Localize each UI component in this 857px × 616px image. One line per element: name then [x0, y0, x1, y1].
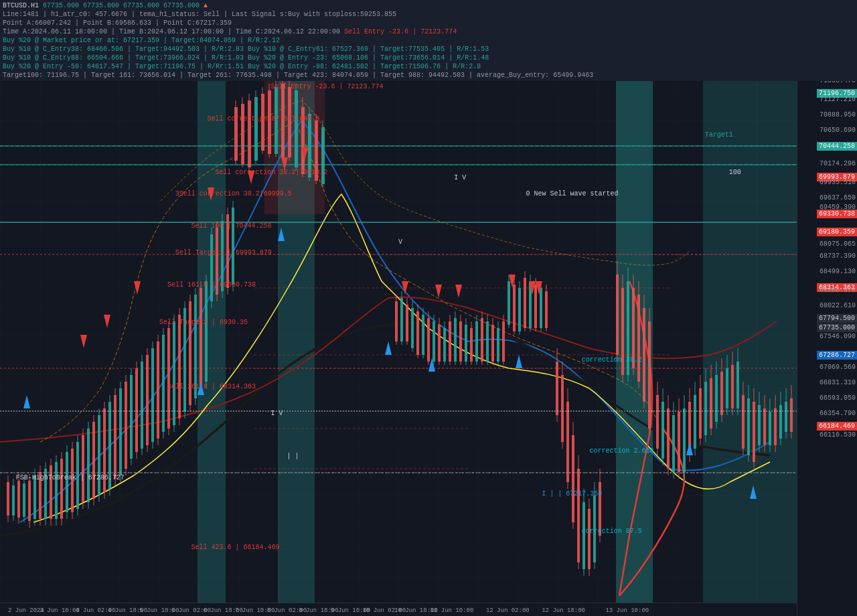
sell-2618-label: Sell 261.8 | 68314.363 — [167, 383, 256, 390]
new-sell-wave-label: 0 New Sell wave started — [526, 190, 618, 198]
sell-correction-382-label: Sell correction 38.2|70310.2 — [215, 169, 327, 176]
time-axis: 2 Jun 2024 3 Jun 10:00 4 Jun 02:00 4 Jun… — [0, 603, 797, 616]
time-2jun: 2 Jun 2024 — [8, 607, 44, 614]
ohlc: 67735.000 67735.000 67735.000 67735.000 — [43, 2, 200, 9]
price-68260: 68260.870 — [820, 287, 856, 294]
3sell-correction-label: 3Sell correction 38.2|69999.5 — [175, 190, 292, 198]
chart-svg — [0, 67, 797, 603]
symbol: BTCUSD.H1 — [3, 2, 39, 9]
time-11jun-10: 11 Jun 10:00 — [431, 607, 474, 614]
price-66593: 66593.050 — [820, 394, 856, 402]
header-bar: BTCUSD.H1 67735.000 67735.000 67735.000 … — [0, 0, 857, 81]
price-68737: 68737.390 — [820, 252, 856, 260]
price-66831: 66831.310 — [820, 379, 856, 386]
correction-875-label: correction 87.5 — [582, 528, 642, 535]
price-69459: 69459.390 — [820, 204, 856, 211]
sell-entry-label: Sell Entry -23.6 | 72123.774 — [271, 83, 384, 90]
price-71127: 71127.210 — [820, 96, 856, 103]
price-66354: 66354.790 — [820, 410, 856, 417]
header-line-1: BTCUSD.H1 67735.000 67735.000 67735.000 … — [3, 1, 854, 10]
price-level-label: I | | 67217.359 — [542, 490, 602, 497]
buy-lines: Buy %20 @ Market price or at: 67217.359 … — [3, 36, 854, 45]
chart-container: BTCUSD.H1 67735.000 67735.000 67735.000 … — [0, 0, 857, 616]
wave-v-label: V — [398, 238, 402, 246]
price-67069: 67069.569 — [820, 364, 856, 371]
svg-rect-1 — [0, 67, 797, 603]
header-line-3: Point A:66007.242 | Point B:69586.633 | … — [3, 19, 854, 27]
price-70888: 70888.950 — [820, 111, 856, 119]
price-67735-highlight: 67735.000 — [817, 323, 857, 332]
price-68499: 68499.130 — [820, 268, 856, 275]
wave-iv-label-2: I V — [271, 410, 283, 417]
time-12jun-02: 12 Jun 02:00 — [486, 607, 530, 614]
price-69935: 69935.510 — [820, 179, 856, 186]
price-68022: 68022.610 — [820, 302, 856, 309]
wave-ii-label: | | — [287, 453, 299, 460]
price-69637: 69637.650 — [820, 194, 856, 202]
100-label: 100 — [729, 169, 741, 176]
time-3jun-10: 3 Jun 10:00 — [40, 607, 80, 614]
price-69330-highlight: 69330.738 — [817, 210, 857, 218]
correction-382-label: correction 38.2 — [582, 356, 642, 364]
sell-4236-label: Sell 423.6 | 66184.469 — [191, 544, 280, 551]
price-axis: 72325.750 72080.025 71841.990 71603.725 … — [797, 0, 857, 616]
sell-1618-label: Sell 161.8 | 69630.738 — [167, 281, 256, 289]
price-66184-highlight: 66184.469 — [817, 422, 857, 431]
sell-100-label: Sell 100 | 70444.258 — [191, 222, 272, 230]
svg-rect-5 — [703, 67, 797, 603]
price-67286-highlight: 67286.727 — [817, 351, 857, 360]
price-70650: 70650.690 — [820, 127, 856, 134]
price-70174: 70174.296 — [820, 160, 856, 167]
price-66116: 66116.530 — [820, 431, 856, 439]
sell-target2-label: Sell Target2 | 6930.35 — [159, 319, 248, 326]
time-12jun-18: 12 Jun 18:00 — [542, 607, 585, 614]
price-67794-highlight: 67794.500 — [817, 314, 857, 323]
fsb-label: FSB-HighToBreak | 67286.727 — [16, 474, 125, 481]
wave-iv-label-1: I V — [454, 174, 466, 181]
sell-correction-875-label: Sell correction 87.5|71648.5 — [207, 115, 319, 123]
correction-2618-label: correction 2.618 — [590, 447, 654, 455]
price-69180-highlight: 69180.359 — [817, 228, 857, 236]
sell-target1-label: Sell Target1 | 69993.879 — [175, 249, 272, 256]
header-line-4: Time A:2024.06.11 18:00:00 | Time B:2024… — [3, 27, 854, 36]
price-70444-highlight: 70444.258 — [817, 142, 857, 151]
price-68975: 68975.065 — [820, 240, 856, 248]
time-13jun-10: 13 Jun 10:00 — [605, 607, 649, 614]
chart-area: MARKETZIA — [0, 67, 797, 603]
header-line-2: Line:1481 | h1_atr_c0: 457.6676 | tema_h… — [3, 10, 854, 19]
target1-label: Target1 — [705, 131, 733, 139]
price-67546: 67546.090 — [820, 333, 856, 340]
